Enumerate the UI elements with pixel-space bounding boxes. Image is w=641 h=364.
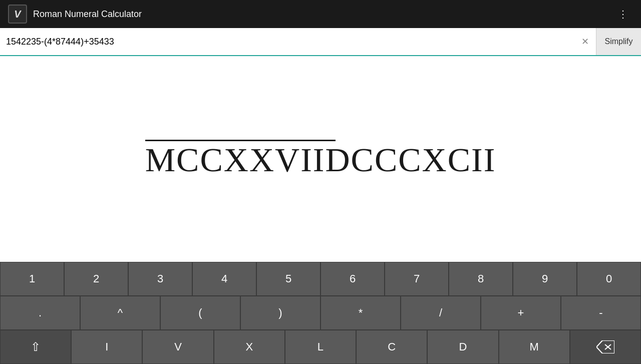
key-7[interactable]: 7 — [385, 262, 449, 296]
key-2[interactable]: 2 — [64, 262, 128, 296]
key-backspace[interactable] — [570, 330, 641, 364]
key-roman-L[interactable]: L — [285, 330, 356, 364]
keyboard: 1234567890 .^()*/+- ⇧IVXLCDM — [0, 262, 641, 364]
key-op-.[interactable]: . — [0, 296, 80, 330]
key-roman-X[interactable]: X — [214, 330, 285, 364]
key-op-%5E[interactable]: ^ — [80, 296, 160, 330]
clear-button[interactable]: ✕ — [574, 31, 596, 53]
key-roman-M[interactable]: M — [499, 330, 570, 364]
key-roman-V[interactable]: V — [142, 330, 213, 364]
key-op-)[interactable]: ) — [240, 296, 320, 330]
app-icon: V — [8, 5, 27, 24]
key-op-*[interactable]: * — [320, 296, 401, 330]
roman-numeral-display: MCCXXVIIDCCCXCII — [145, 140, 496, 179]
key-4[interactable]: 4 — [192, 262, 256, 296]
simplify-button[interactable]: Simplify — [596, 28, 641, 55]
key-3[interactable]: 3 — [128, 262, 192, 296]
keyboard-row-operators: .^()*/+- — [0, 296, 641, 330]
key-roman-C[interactable]: C — [356, 330, 427, 364]
shift-icon: ⇧ — [31, 340, 41, 354]
expression-input[interactable] — [0, 28, 574, 55]
more-icon[interactable]: ⋮ — [614, 6, 633, 22]
key-8[interactable]: 8 — [449, 262, 513, 296]
key-op--[interactable]: - — [561, 296, 641, 330]
key-roman-D[interactable]: D — [427, 330, 498, 364]
svg-marker-0 — [596, 340, 614, 353]
input-bar: ✕ Simplify — [0, 28, 641, 56]
key-9[interactable]: 9 — [513, 262, 577, 296]
key-6[interactable]: 6 — [320, 262, 385, 296]
app-title: Roman Numeral Calculator — [33, 9, 614, 20]
title-bar: V Roman Numeral Calculator ⋮ — [0, 0, 641, 28]
result-area: MCCXXVIIDCCCXCII — [0, 56, 641, 262]
key-5[interactable]: 5 — [256, 262, 320, 296]
key-1[interactable]: 1 — [0, 262, 64, 296]
backspace-icon — [596, 340, 614, 353]
keyboard-row-digits: 1234567890 — [0, 262, 641, 296]
key-op-%2B[interactable]: + — [481, 296, 561, 330]
key-shift[interactable]: ⇧ — [0, 330, 71, 364]
key-op-([interactable]: ( — [160, 296, 240, 330]
key-op-%2F[interactable]: / — [401, 296, 481, 330]
roman-result: MCCXXVIIDCCCXCII — [145, 141, 496, 179]
key-roman-I[interactable]: I — [71, 330, 142, 364]
keyboard-row-roman: ⇧IVXLCDM — [0, 330, 641, 364]
key-0[interactable]: 0 — [577, 262, 641, 296]
